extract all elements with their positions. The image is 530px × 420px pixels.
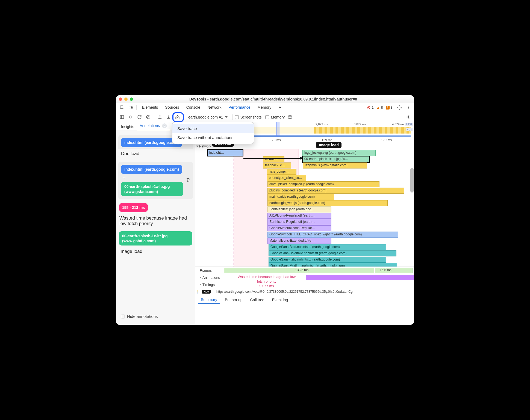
more-icon[interactable] — [405, 104, 412, 111]
network-bar[interactable]: main.dart.js (earth.google.com) — [267, 194, 334, 200]
network-bar[interactable]: GoogleMaterialIcons-Regular… — [267, 225, 331, 231]
console-status[interactable]: ⊗1 ▲8 !3 — [367, 105, 393, 110]
animations-track[interactable]: Animations — [195, 274, 414, 281]
download-icon[interactable] — [165, 114, 172, 121]
trace-selector[interactable]: earth.google.com #1 — [185, 114, 230, 120]
record-icon[interactable] — [127, 114, 134, 121]
timings-track[interactable]: Timings — [195, 281, 414, 288]
nav-row[interactable]: Nav — https://earth.google.com/web/@0,-0… — [195, 288, 414, 295]
upload-icon[interactable] — [156, 114, 163, 121]
annotation-card-link[interactable]: index.html (earth.google.com) → 00-earth… — [118, 162, 193, 199]
network-label: Network — [199, 144, 211, 148]
nav-url: — https://earth.google.com/web/@0,-0.373… — [212, 290, 353, 294]
tab-elements[interactable]: Elements — [139, 103, 161, 112]
close-window-icon[interactable] — [119, 97, 122, 101]
subtab-annotations[interactable]: Annotations 3 — [137, 122, 170, 130]
network-bar[interactable]: logo_lockup.svg (earth.google.com) — [302, 150, 376, 156]
network-bar[interactable]: MaterialIcons-Extended.ttf (e… — [267, 238, 331, 244]
panel-tabs: Elements Sources Console Network Perform… — [139, 103, 365, 113]
arrow-head-icon — [300, 156, 303, 160]
network-bar[interactable]: lazy.min.js (www.gstatic.com) — [303, 162, 367, 168]
network-bar[interactable]: GoogleSans-Medium.nohints.ttf (earth.goo… — [269, 263, 397, 267]
annotation-caption-wasted: Wasted time because image had low fetch … — [119, 214, 192, 227]
btab-call-tree[interactable]: Call tree — [248, 296, 267, 304]
disclosure-icon[interactable] — [196, 146, 199, 147]
clear-icon[interactable] — [145, 114, 152, 121]
network-bar[interactable]: feedback_c… — [263, 162, 291, 168]
content-area: Insights Annotations 3 index.html (earth… — [116, 122, 414, 325]
hide-annotations-toggle[interactable]: Hide annotations — [118, 311, 193, 321]
tab-network[interactable]: Network — [204, 103, 225, 112]
garbage-collect-icon[interactable] — [286, 114, 293, 121]
hide-annotations-checkbox[interactable] — [121, 315, 125, 318]
disclosure-icon[interactable] — [200, 283, 201, 286]
perf-settings-icon[interactable] — [405, 114, 412, 121]
tab-performance[interactable]: Performance — [225, 103, 254, 112]
settings-icon[interactable] — [396, 104, 403, 111]
nav-marker-icon — [198, 290, 198, 294]
ruler-tick: 129 ms — [322, 138, 332, 142]
inspect-icon[interactable] — [118, 104, 125, 111]
pink-annotation-text: Wasted time because image had low fetch … — [236, 275, 298, 289]
tab-sources[interactable]: Sources — [162, 103, 182, 112]
issues-icon: ! — [386, 106, 390, 110]
network-bar[interactable]: GoogleSans-Italic.nohints.ttf (earth.goo… — [269, 257, 386, 263]
svg-rect-2 — [131, 107, 132, 108]
menu-save-trace-no-annotations[interactable]: Save trace without annotations — [172, 133, 254, 142]
memory-label: Memory — [271, 115, 285, 119]
btab-bottom-up[interactable]: Bottom-up — [222, 296, 245, 304]
network-bar[interactable]: earthplugin_web.js (earth.google.com) — [267, 200, 388, 206]
minimize-window-icon[interactable] — [124, 97, 128, 101]
scrollbar[interactable] — [410, 168, 414, 193]
screenshots-checkbox[interactable] — [235, 115, 239, 119]
network-bar[interactable]: FontManifest.json (earth.goo… — [267, 206, 331, 212]
traffic-lights — [119, 97, 133, 101]
frames-track[interactable]: Frames 133.5 ms 16.6 ms — [195, 267, 414, 274]
network-bar[interactable]: GoogleSans-Bold.nohints.ttf (earth.googl… — [269, 244, 386, 250]
btab-event-log[interactable]: Event log — [269, 296, 291, 304]
delete-annotation-icon[interactable] — [186, 178, 191, 183]
reload-record-icon[interactable] — [136, 114, 143, 121]
tabs-overflow[interactable]: » — [275, 103, 284, 113]
network-bar[interactable]: plugins_compiled.js (earth.google.com) — [267, 188, 404, 194]
home-icon[interactable] — [174, 114, 181, 121]
ov-tick: 4,879 ms — [392, 123, 404, 126]
flame-chart[interactable]: index.ht…logo_lockup.svg (earth.google.c… — [195, 149, 414, 267]
network-bar[interactable]: 00-earth-splash-1x-ltr.jpg (w… — [302, 156, 369, 162]
network-bar[interactable]: phenotype_client_compiled… — [267, 175, 306, 181]
svg-point-4 — [408, 106, 409, 107]
network-bar[interactable]: clearcut… — [263, 156, 284, 162]
network-bar[interactable]: GoogleSans-BoldItalic.nohints.ttf (earth… — [269, 250, 396, 256]
subtab-insights[interactable]: Insights — [118, 123, 137, 130]
overview-selection[interactable] — [276, 122, 280, 137]
chip-source: index.html (earth.google.com) — [121, 165, 182, 174]
network-section-header[interactable]: Network Doc load Image load — [195, 143, 414, 149]
device-icon[interactable] — [127, 104, 134, 111]
annotation-card-wasted[interactable]: 155 - 213 ms Wasted time because image h… — [118, 203, 193, 227]
network-bar[interactable]: index.ht… — [207, 150, 243, 156]
animation-bar[interactable] — [306, 275, 414, 280]
image-load-annotation[interactable]: Image load — [316, 142, 341, 148]
arrow-line — [243, 158, 301, 159]
tab-memory[interactable]: Memory — [254, 103, 275, 112]
network-bar[interactable]: All1PIcons-Regular.otf (earth.… — [267, 213, 331, 219]
network-bar[interactable]: EarthIcons-Regular.otf (earth… — [267, 219, 331, 225]
network-bar[interactable]: GoogleSymbols_FILL_GRAD_opsz_wght.ttf (e… — [267, 232, 398, 238]
btab-summary[interactable]: Summary — [198, 296, 220, 304]
cpu-label: CPU — [405, 123, 413, 126]
tab-console[interactable]: Console — [183, 103, 204, 112]
perf-main: 2,879 ms 3,879 ms 4,879 ms 5,8 CPU NET 7… — [195, 122, 414, 325]
annotation-card-image-load[interactable]: 00-earth-splash-1x-ltr.jpg (www.gstatic.… — [118, 231, 193, 255]
annotations-sidebar: Insights Annotations 3 index.html (earth… — [116, 122, 195, 325]
maximize-window-icon[interactable] — [130, 97, 133, 101]
memory-checkbox[interactable] — [265, 115, 269, 119]
dock-icon[interactable] — [118, 114, 125, 121]
network-bar[interactable]: drive_picker_compiled.js (earth.google.c… — [267, 181, 379, 187]
network-bar[interactable]: hats_compil… — [267, 169, 296, 175]
frame-time: 16.6 ms — [380, 268, 391, 272]
svg-rect-7 — [120, 116, 124, 119]
menu-save-trace[interactable]: Save trace — [172, 124, 254, 133]
perf-toolbar: earth.google.com #1 Screenshots Memory S… — [116, 112, 414, 122]
disclosure-icon[interactable] — [200, 276, 201, 279]
nav-pill: Nav — [202, 290, 211, 294]
